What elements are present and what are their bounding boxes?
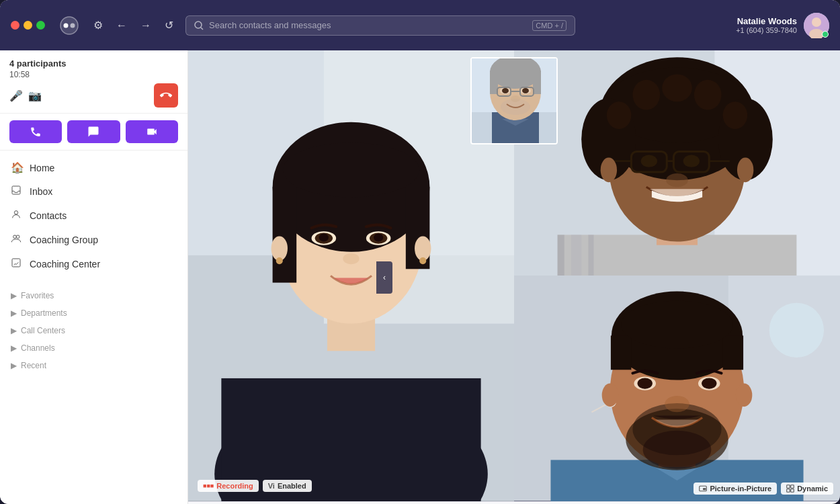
svg-point-77	[666, 173, 688, 187]
nav-group-channels[interactable]: ▶ Channels	[0, 339, 187, 357]
svg-point-29	[374, 233, 383, 241]
departments-label: Departments	[21, 308, 67, 318]
video-thumbnail	[470, 57, 558, 144]
call-info: 4 participants 10:58 🎤 📷	[0, 50, 187, 114]
svg-point-51	[511, 95, 520, 102]
video-cell-bottom-right: Picture-in-Picture Dynamic	[514, 276, 840, 501]
quick-actions	[0, 114, 187, 151]
nav-controls: ⚙ ← → ↺	[89, 16, 177, 34]
nav-group-call-centers[interactable]: ▶ Call Centers	[0, 322, 187, 339]
forward-button[interactable]: →	[136, 17, 155, 34]
message-action-button[interactable]	[67, 120, 120, 143]
svg-point-23	[283, 142, 419, 197]
channels-expand-icon: ▶	[11, 343, 17, 353]
call-controls: 🎤 📷	[9, 83, 178, 108]
svg-point-79	[737, 158, 753, 183]
search-input[interactable]	[209, 20, 527, 30]
nav-group-favorites[interactable]: ▶ Favorites	[0, 287, 187, 304]
sidebar-item-home[interactable]: 🏠 Home	[0, 156, 187, 179]
participant-count: 4 participants	[9, 58, 178, 69]
home-icon: 🏠	[11, 161, 23, 174]
svg-rect-21	[273, 187, 297, 282]
status-indicator	[822, 31, 829, 38]
svg-point-26	[319, 233, 329, 241]
recording-badges: ■■■ Recording Vi Enabled	[198, 480, 312, 492]
coaching-center-icon	[11, 257, 23, 271]
svg-point-82	[769, 303, 824, 358]
mute-mic-button[interactable]: 🎤	[9, 89, 23, 102]
video-cell-top-right	[514, 50, 840, 276]
svg-point-76	[683, 155, 700, 167]
call-centers-expand-icon: ▶	[11, 326, 17, 335]
app-logo	[57, 13, 81, 38]
user-details: Natalie Woods +1 (604) 359-7840	[736, 16, 797, 34]
phone-action-button[interactable]	[9, 120, 62, 143]
svg-point-44	[502, 88, 509, 93]
svg-rect-103	[703, 488, 706, 490]
svg-point-90	[621, 301, 733, 349]
favorites-expand-icon: ▶	[11, 291, 17, 300]
sidebar: 4 participants 10:58 🎤 📷	[0, 50, 188, 504]
avatar[interactable]	[804, 13, 829, 38]
svg-rect-104	[787, 485, 790, 489]
search-shortcut: CMD + /	[532, 20, 566, 31]
video-cell-main: ■■■ Recording Vi Enabled	[188, 50, 514, 501]
user-info: Natalie Woods +1 (604) 359-7840	[736, 13, 829, 38]
back-button[interactable]: ←	[112, 17, 131, 34]
end-call-button[interactable]	[154, 83, 178, 108]
sidebar-label-contacts: Contacts	[30, 210, 67, 221]
video-action-button[interactable]	[126, 120, 178, 143]
video-area: ‹	[188, 50, 840, 504]
pip-icon	[699, 485, 707, 493]
inbox-icon	[11, 185, 23, 198]
svg-rect-58	[588, 235, 593, 276]
titlebar: ⚙ ← → ↺ CMD + / Natalie Woods +1 (604) 3…	[0, 0, 840, 50]
sidebar-label-home: Home	[30, 163, 54, 173]
svg-point-101	[736, 384, 752, 407]
svg-point-93	[643, 431, 712, 469]
search-bar[interactable]: CMD + /	[185, 15, 575, 36]
nav-group-recent[interactable]: ▶ Recent	[0, 357, 187, 374]
recent-expand-icon: ▶	[11, 361, 17, 370]
svg-point-3	[195, 22, 202, 28]
channels-label: Channels	[21, 343, 55, 353]
svg-line-4	[201, 28, 203, 30]
video-grid: ■■■ Recording Vi Enabled	[188, 50, 840, 501]
nav-group-departments[interactable]: ▶ Departments	[0, 304, 187, 322]
svg-point-95	[638, 378, 653, 389]
svg-point-75	[641, 155, 657, 167]
sidebar-item-inbox[interactable]: Inbox	[0, 179, 187, 204]
sidebar-item-coaching-center[interactable]: Coaching Center	[0, 252, 187, 276]
svg-point-97	[702, 378, 716, 389]
settings-button[interactable]: ⚙	[89, 16, 107, 34]
sidebar-collapse-button[interactable]: ‹	[376, 261, 392, 294]
svg-point-31	[271, 236, 288, 261]
svg-point-2	[71, 23, 75, 28]
svg-point-67	[694, 80, 722, 110]
svg-point-78	[601, 158, 617, 183]
svg-point-100	[602, 384, 618, 407]
main-content: 4 participants 10:58 🎤 📷	[0, 50, 840, 504]
refresh-button[interactable]: ↺	[161, 16, 177, 34]
svg-rect-56	[558, 235, 564, 276]
coaching-group-icon	[11, 233, 23, 247]
call-centers-label: Call Centers	[21, 326, 65, 335]
pip-badge: Picture-in-Picture	[694, 482, 777, 495]
nav-section: 🏠 Home Inbox	[0, 151, 187, 282]
search-icon	[194, 21, 204, 30]
minimize-window-button[interactable]	[24, 21, 32, 30]
sidebar-item-contacts[interactable]: Contacts	[0, 204, 187, 228]
sidebar-item-coaching-group[interactable]: Coaching Group	[0, 228, 187, 252]
close-window-button[interactable]	[11, 21, 19, 30]
favorites-label: Favorites	[21, 291, 54, 300]
bottom-toolbar: 19	[188, 501, 840, 504]
maximize-window-button[interactable]	[36, 21, 45, 30]
vi-enabled-badge: Vi Enabled	[263, 480, 312, 492]
svg-rect-107	[791, 489, 794, 493]
recording-badge: ■■■ Recording	[198, 480, 259, 492]
dynamic-label: Dynamic	[797, 485, 828, 493]
recent-label: Recent	[21, 361, 46, 370]
svg-rect-12	[12, 259, 20, 267]
toggle-camera-button[interactable]: 📷	[28, 89, 42, 102]
departments-expand-icon: ▶	[11, 308, 17, 318]
